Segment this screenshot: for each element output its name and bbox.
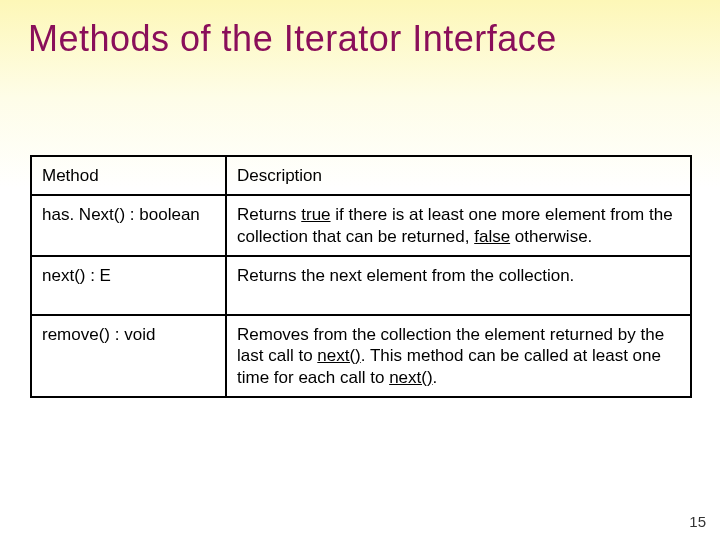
methods-table: Method Description has. Next() : boolean… bbox=[30, 155, 692, 398]
table-row: remove() : void Removes from the collect… bbox=[31, 315, 691, 397]
method-hasnext: has. Next() : boolean bbox=[31, 195, 226, 256]
method-remove: remove() : void bbox=[31, 315, 226, 397]
slide: Methods of the Iterator Interface Method… bbox=[0, 0, 720, 540]
table-row: has. Next() : boolean Returns true if th… bbox=[31, 195, 691, 256]
table-header-row: Method Description bbox=[31, 156, 691, 195]
header-method: Method bbox=[31, 156, 226, 195]
methods-table-container: Method Description has. Next() : boolean… bbox=[30, 155, 690, 398]
desc-text: Returns bbox=[237, 205, 301, 224]
next-call-literal: next() bbox=[389, 368, 432, 387]
slide-title: Methods of the Iterator Interface bbox=[0, 0, 720, 60]
next-call-literal: next() bbox=[317, 346, 360, 365]
description-next: Returns the next element from the collec… bbox=[226, 256, 691, 315]
false-literal: false bbox=[474, 227, 510, 246]
method-next: next() : E bbox=[31, 256, 226, 315]
table-row: next() : E Returns the next element from… bbox=[31, 256, 691, 315]
desc-text: otherwise. bbox=[510, 227, 592, 246]
page-number: 15 bbox=[689, 513, 706, 530]
true-literal: true bbox=[301, 205, 330, 224]
header-description: Description bbox=[226, 156, 691, 195]
desc-text: . bbox=[433, 368, 438, 387]
description-hasnext: Returns true if there is at least one mo… bbox=[226, 195, 691, 256]
description-remove: Removes from the collection the element … bbox=[226, 315, 691, 397]
